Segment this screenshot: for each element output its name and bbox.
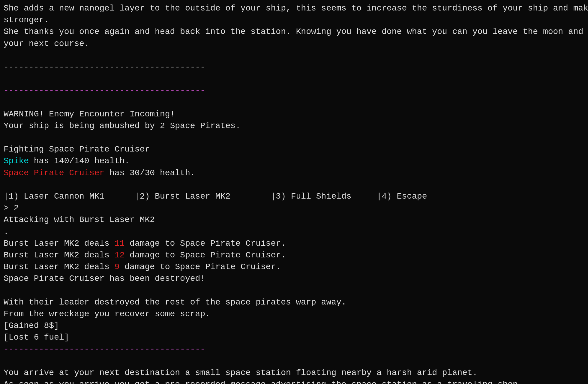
blank-7 bbox=[4, 355, 584, 367]
blank-4 bbox=[4, 132, 584, 143]
lost-fuel-line: [Lost 6 fuel] bbox=[4, 332, 584, 343]
enemy-health-line: Space Pirate Cruiser has 30/30 health. bbox=[4, 167, 584, 179]
damage-line-3: Burst Laser MK2 deals 9 damage to Space … bbox=[4, 261, 584, 273]
damage-line-2: Burst Laser MK2 deals 12 damage to Space… bbox=[4, 249, 584, 261]
player-name: Spike bbox=[4, 156, 29, 166]
gained-money-line: [Gained 8$] bbox=[4, 320, 584, 332]
blank-5 bbox=[4, 179, 584, 190]
enemy-name: Space Pirate Cruiser bbox=[4, 168, 104, 178]
blank-3 bbox=[4, 97, 584, 108]
damage-suffix-1: damage to Space Pirate Cruiser. bbox=[124, 239, 286, 248]
player-choice: > 2 bbox=[4, 202, 584, 214]
damage-number-1: 11 bbox=[115, 239, 125, 248]
divider-purple-2: ---------------------------------------- bbox=[4, 343, 584, 355]
attack-dot: . bbox=[4, 226, 584, 238]
damage-number-3: 9 bbox=[115, 262, 120, 272]
divider-purple-1: ---------------------------------------- bbox=[4, 85, 584, 96]
message-line: As soon as you arrive you get a pre-reco… bbox=[4, 379, 584, 384]
destroyed-line: Space Pirate Cruiser has been destroyed! bbox=[4, 273, 584, 284]
spike-health-line: Spike has 140/140 health. bbox=[4, 155, 584, 167]
enemy-health: has 30/30 health. bbox=[104, 168, 195, 178]
ambush-line: Your ship is being ambushed by 2 Space P… bbox=[4, 120, 584, 132]
story-line-2: stronger. bbox=[4, 14, 584, 26]
blank-1 bbox=[4, 50, 584, 61]
damage-number-2: 12 bbox=[115, 250, 125, 260]
damage-prefix-3: Burst Laser MK2 deals bbox=[4, 262, 115, 272]
attack-announcement: Attacking with Burst Laser MK2 bbox=[4, 214, 584, 226]
combat-options: |1) Laser Cannon MK1 |2) Burst Laser MK2… bbox=[4, 190, 584, 202]
warning-line: WARNING! Enemy Encounter Incoming! bbox=[4, 108, 584, 120]
story-line-4: your next course. bbox=[4, 38, 584, 50]
blank-2 bbox=[4, 73, 584, 85]
arrive-line: You arrive at your next destination a sm… bbox=[4, 367, 584, 379]
fighting-line: Fighting Space Pirate Cruiser bbox=[4, 143, 584, 155]
blank-6 bbox=[4, 285, 584, 296]
damage-line-1: Burst Laser MK2 deals 11 damage to Space… bbox=[4, 238, 584, 249]
story-line-3: She thanks you once again and head back … bbox=[4, 26, 584, 38]
player-health: has 140/140 health. bbox=[29, 156, 130, 166]
scrap-line: From the wreckage you recover some scrap… bbox=[4, 308, 584, 320]
pirates-warp-line: With their leader destroyed the rest of … bbox=[4, 296, 584, 308]
damage-prefix-1: Burst Laser MK2 deals bbox=[4, 239, 115, 248]
damage-suffix-3: damage to Space Pirate Cruiser. bbox=[119, 262, 281, 272]
story-line-1: She adds a new nanogel layer to the outs… bbox=[4, 2, 584, 14]
damage-suffix-2: damage to Space Pirate Cruiser. bbox=[124, 250, 286, 260]
damage-prefix-2: Burst Laser MK2 deals bbox=[4, 250, 115, 260]
terminal-output: She adds a new nanogel layer to the outs… bbox=[4, 2, 584, 384]
divider-white-1: ---------------------------------------- bbox=[4, 61, 584, 73]
